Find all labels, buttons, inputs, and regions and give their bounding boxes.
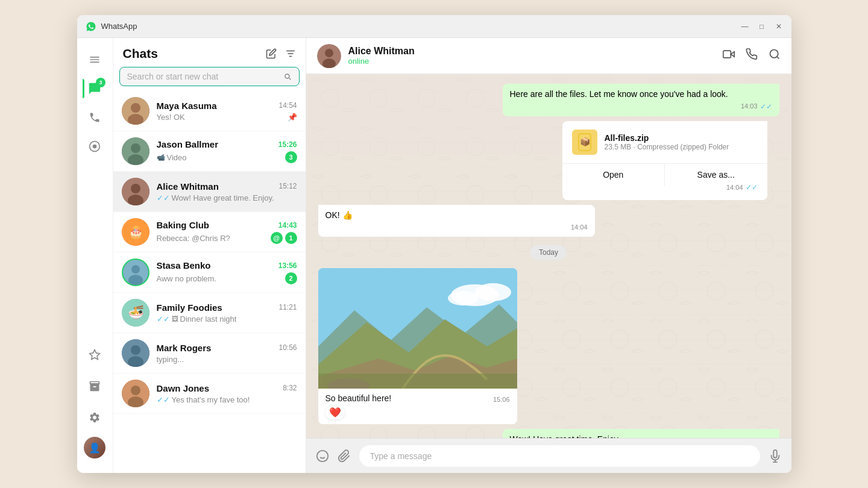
avatar-mark [122, 339, 149, 367]
emoji-button[interactable] [316, 449, 329, 463]
chat-time-jason: 15:26 [278, 140, 297, 149]
chat-time-baking: 14:43 [278, 221, 297, 230]
chat-item-jason[interactable]: Jason Ballmer 15:26 📹 Video 3 [113, 131, 306, 172]
file-save-button[interactable]: Save as... [665, 164, 767, 186]
voice-call-button[interactable] [746, 48, 758, 63]
avatar-maya [122, 97, 149, 125]
file-actions-m2: Open Save as... [562, 163, 767, 186]
chat-item-dawn[interactable]: Dawn Jones 8:32 ✓✓ Yes that's my fave to… [113, 374, 306, 414]
chat-area: Alice Whitman online [306, 38, 791, 473]
svg-point-26 [131, 386, 140, 395]
checkmarks-m1: ✓✓ [760, 102, 772, 112]
double-check-alice: ✓✓ [157, 193, 170, 202]
file-info-m2: 📦 All-files.zip 23.5 MB · Compressed (zi… [572, 130, 758, 155]
left-nav: 3 [77, 38, 113, 473]
bubble-content-m1: Here are all the files. Let me know once… [503, 84, 779, 116]
chat-info-stasa: Stasa Benko 13:56 Aww no problem. 2 [157, 260, 297, 284]
chat-item-stasa[interactable]: Stasa Benko 13:56 Aww no problem. 2 [113, 252, 306, 293]
search-chat-button[interactable] [769, 48, 781, 63]
nav-chats-icon[interactable]: 3 [83, 77, 107, 101]
img-bubble-m5: So beautiful here! 15:06 ❤️ [318, 268, 517, 424]
chat-preview-stasa: Aww no problem. [157, 274, 216, 283]
filter-button[interactable] [285, 48, 296, 59]
img-caption: So beautiful here! [326, 393, 392, 403]
chat-preview-maya: Yes! OK [157, 113, 185, 122]
nav-starred-icon[interactable] [83, 343, 107, 367]
day-divider-label: Today [530, 245, 567, 260]
chat-item-family[interactable]: 🍜 Family Foodies 11:21 ✓✓ 🖼 Dinner last … [113, 293, 306, 333]
message-text-m3: OK! 👍 [326, 210, 353, 220]
message-bubble-m1: Here are all the files. Let me know once… [503, 84, 779, 116]
bubble-content-m6: Wow! Have great time. Enjoy. 15:12 ✓✓ [503, 429, 779, 438]
svg-point-42 [475, 283, 511, 301]
chat-preview-row-stasa: Aww no problem. 2 [157, 272, 297, 284]
file-size-m2: 23.5 MB · Compressed (zipped) Folder [605, 143, 729, 151]
file-name-m2: All-files.zip [605, 133, 729, 143]
svg-point-29 [325, 49, 333, 57]
mountain-photo [318, 268, 517, 389]
svg-point-33 [770, 50, 778, 58]
unread-badge-baking: 1 [285, 232, 297, 244]
chat-list: Maya Kasuma 14:54 Yes! OK 📌 [113, 91, 306, 473]
sidebar-header-icons [266, 48, 296, 59]
chat-preview-baking: Rebecca: @Chris R? [157, 234, 230, 243]
title-bar: WhatsApp — □ ✕ [77, 15, 791, 38]
avatar-alice [122, 178, 149, 205]
reaction-badge: ❤️ [326, 405, 345, 419]
nav-settings-icon[interactable] [83, 405, 107, 430]
chat-preview-row-dawn: ✓✓ Yes that's my fave too! [157, 395, 297, 404]
minimize-button[interactable]: — [741, 22, 749, 31]
chat-preview-row-maya: Yes! OK 📌 [157, 113, 297, 122]
nav-status-icon[interactable] [83, 134, 107, 158]
svg-point-43 [448, 291, 478, 305]
mic-button[interactable] [769, 449, 782, 463]
unread-badge-jason: 3 [285, 151, 297, 163]
video-call-button[interactable] [723, 48, 735, 63]
pin-icon-maya: 📌 [288, 113, 297, 122]
checkmarks-m2: ✓✓ [746, 183, 758, 192]
svg-marker-31 [731, 52, 734, 57]
svg-text:📦: 📦 [579, 137, 590, 147]
chat-preview-mark: typing... [157, 355, 184, 364]
chat-header-avatar[interactable] [317, 44, 341, 68]
svg-point-1 [93, 145, 97, 149]
chat-item-baking[interactable]: 🎂 Baking Club 14:43 Rebecca: @Chris R? @… [113, 212, 306, 252]
chats-badge: 3 [96, 78, 105, 87]
file-open-button[interactable]: Open [562, 164, 665, 186]
attachment-button[interactable] [338, 449, 351, 463]
message-bubble-m2: 📦 All-files.zip 23.5 MB · Compressed (zi… [562, 121, 779, 200]
input-bar [306, 438, 791, 473]
bubble-time-m3: 14:04 [571, 223, 588, 232]
nav-profile-avatar[interactable]: 👤 [84, 437, 105, 458]
whatsapp-logo [86, 21, 96, 32]
chat-item-alice[interactable]: Alice Whitman 15:12 ✓✓ Wow! Have great t… [113, 172, 306, 212]
maximize-button[interactable]: □ [758, 22, 766, 31]
chat-info-alice: Alice Whitman 15:12 ✓✓ Wow! Have great t… [157, 181, 297, 202]
messages-area: Here are all the files. Let me know once… [306, 74, 791, 438]
chat-name-jason: Jason Ballmer [157, 139, 219, 149]
chat-name-row-maya: Maya Kasuma 14:54 [157, 101, 297, 111]
svg-rect-32 [723, 51, 731, 58]
chat-info-maya: Maya Kasuma 14:54 Yes! OK 📌 [157, 101, 297, 122]
chat-header-status: online [348, 57, 715, 66]
search-input[interactable] [127, 72, 278, 81]
message-input[interactable] [359, 445, 760, 467]
nav-menu-icon[interactable] [83, 48, 107, 72]
chat-name-row-stasa: Stasa Benko 13:56 [157, 260, 297, 271]
chat-header-info: Alice Whitman online [348, 46, 715, 66]
chat-item-maya[interactable]: Maya Kasuma 14:54 Yes! OK 📌 [113, 91, 306, 131]
bubble-time-m5: 15:06 [493, 396, 510, 403]
chat-time-mark: 10:56 [278, 343, 297, 352]
nav-bottom: 👤 [83, 343, 107, 467]
app-window: WhatsApp — □ ✕ [77, 15, 791, 473]
new-chat-button[interactable] [266, 48, 277, 59]
nav-calls-icon[interactable] [83, 105, 107, 130]
close-button[interactable]: ✕ [775, 22, 783, 31]
chat-item-mark[interactable]: Mark Rogers 10:56 typing... [113, 333, 306, 374]
nav-archived-icon[interactable] [83, 374, 107, 398]
mention-badge-baking: @ [271, 232, 283, 244]
chat-info-mark: Mark Rogers 10:56 typing... [157, 343, 297, 364]
main-content: 3 [77, 38, 791, 473]
chat-name-dawn: Dawn Jones [157, 383, 210, 393]
message-bubble-m3: OK! 👍 14:04 [318, 205, 595, 237]
